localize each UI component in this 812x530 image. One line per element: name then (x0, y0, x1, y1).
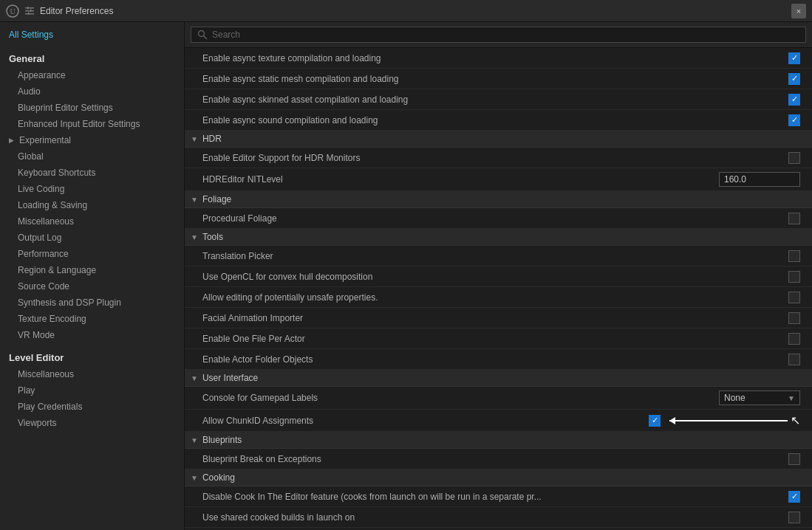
setting-label-blueprint-break: Blueprint Break on Exceptions (202, 454, 788, 464)
svg-line-9 (204, 36, 208, 40)
setting-label-one-file-per-actor: Enable One File Per Actor (202, 334, 788, 344)
cursor-icon: ↖ (791, 413, 800, 427)
sidebar-item-miscellaneous-level[interactable]: Miscellaneous (0, 366, 184, 382)
table-row: Use OpenCL for convex hull decomposition (185, 266, 812, 287)
sidebar-item-keyboard-shortcuts[interactable]: Keyboard Shortcuts (0, 165, 184, 181)
group-label-blueprints: Blueprints (202, 435, 242, 445)
svg-rect-7 (28, 12, 30, 15)
table-row: Translation Picker (185, 246, 812, 266)
sidebar-section-general: General (0, 44, 184, 67)
sidebar-item-texture-encoding[interactable]: Texture Encoding (0, 311, 184, 327)
checkbox-facial-animation[interactable] (788, 312, 800, 324)
setting-control-chunkid-assignments: ↖ (649, 413, 800, 427)
checkbox-unsafe-props[interactable] (788, 292, 800, 303)
chevron-tools: ▼ (191, 233, 198, 241)
setting-control-procedural-foliage (788, 213, 800, 224)
checkbox-shared-cooked-builds[interactable] (788, 512, 800, 523)
setting-control-facial-animation (788, 312, 800, 324)
table-row: Enable One File Per Actor (185, 328, 812, 349)
table-row: Facial Animation Importer (185, 308, 812, 328)
sidebar-item-audio[interactable]: Audio (0, 83, 184, 100)
sidebar-item-global[interactable]: Global (0, 148, 184, 165)
sidebar-section-level-editor: Level Editor (0, 343, 184, 366)
chevron-foliage: ▼ (191, 196, 198, 204)
setting-label-disable-cook: Disable Cook In The Editor feature (cook… (202, 492, 788, 502)
setting-control-opencl (788, 271, 800, 283)
arrow-line (669, 420, 788, 421)
sidebar-item-experimental[interactable]: ▶ Experimental (0, 132, 184, 148)
table-row: Allow ChunkID Assignments ↖ (185, 410, 812, 432)
setting-control-translation-picker (788, 250, 800, 262)
group-header-tools[interactable]: ▼ Tools (185, 229, 812, 246)
setting-control-actor-folder-objects (788, 354, 800, 365)
all-settings-link[interactable]: All Settings (0, 22, 184, 44)
table-row: Blueprint Break on Exceptions (185, 449, 812, 469)
checkbox-chunkid-assignments[interactable] (649, 415, 661, 427)
group-header-cooking[interactable]: ▼ Cooking (185, 469, 812, 486)
sidebar-item-play[interactable]: Play (0, 382, 184, 399)
checkbox-async-skinned-asset[interactable] (788, 94, 800, 106)
dropdown-console-gamepad[interactable]: None ▼ (719, 390, 800, 405)
sidebar: All Settings General Appearance Audio Bl… (0, 22, 185, 530)
checkbox-hdr-support[interactable] (788, 152, 800, 164)
checkbox-procedural-foliage[interactable] (788, 213, 800, 224)
setting-control-blueprint-break (788, 453, 800, 465)
setting-control-async-sound (788, 114, 800, 126)
title-bar: U Editor Preferences × (0, 0, 812, 22)
setting-control-unsafe-props (788, 292, 800, 303)
close-button[interactable]: × (791, 4, 806, 18)
table-row: Allow editing of potentially unsafe prop… (185, 287, 812, 308)
setting-label-async-texture: Enable async texture compilation and loa… (202, 53, 788, 63)
search-container (191, 27, 806, 43)
setting-label-async-sound: Enable async sound compilation and loadi… (202, 115, 788, 125)
sidebar-item-appearance[interactable]: Appearance (0, 67, 184, 83)
checkbox-async-sound[interactable] (788, 114, 800, 126)
sidebar-item-region-language[interactable]: Region & Language (0, 262, 184, 278)
sidebar-item-miscellaneous-general[interactable]: Miscellaneous (0, 213, 184, 230)
group-header-user-interface[interactable]: ▼ User Interface (185, 370, 812, 387)
checkbox-async-static-mesh[interactable] (788, 73, 800, 85)
group-header-foliage[interactable]: ▼ Foliage (185, 191, 812, 208)
setting-label-chunkid-assignments: Allow ChunkID Assignments (202, 416, 649, 426)
sidebar-item-blueprint-editor-settings[interactable]: Blueprint Editor Settings (0, 100, 184, 116)
table-row: Enable async static mesh compilation and… (185, 69, 812, 89)
group-header-blueprints[interactable]: ▼ Blueprints (185, 432, 812, 449)
chevron-blueprints: ▼ (191, 436, 198, 444)
sidebar-item-vr-mode[interactable]: VR Mode (0, 327, 184, 343)
checkbox-disable-cook[interactable] (788, 491, 800, 503)
sidebar-item-enhanced-input-editor-settings[interactable]: Enhanced Input Editor Settings (0, 116, 184, 132)
sidebar-item-play-credentials[interactable]: Play Credentials (0, 399, 184, 415)
unreal-logo: U (6, 4, 19, 18)
checkbox-async-texture[interactable] (788, 52, 800, 64)
checkbox-actor-folder-objects[interactable] (788, 354, 800, 365)
setting-control-hdr-support (788, 152, 800, 164)
group-label-cooking: Cooking (202, 472, 235, 483)
setting-control-console-gamepad: None ▼ (719, 390, 800, 405)
group-header-hdr[interactable]: ▼ HDR (185, 131, 812, 148)
sidebar-item-output-log[interactable]: Output Log (0, 230, 184, 246)
group-label-user-interface: User Interface (202, 373, 258, 383)
table-row: Disable Cook In The Editor feature (cook… (185, 486, 812, 507)
chevron-hdr: ▼ (191, 135, 198, 143)
sidebar-item-live-coding[interactable]: Live Coding (0, 181, 184, 197)
dropdown-arrow-console-gamepad: ▼ (788, 394, 795, 402)
checkbox-blueprint-break[interactable] (788, 453, 800, 465)
checkbox-one-file-per-actor[interactable] (788, 333, 800, 345)
chevron-user-interface: ▼ (191, 374, 198, 382)
checkbox-opencl[interactable] (788, 271, 800, 283)
checkbox-translation-picker[interactable] (788, 250, 800, 262)
search-input[interactable] (212, 30, 799, 40)
sidebar-item-performance[interactable]: Performance (0, 246, 184, 262)
table-row: Enable Actor Folder Objects (185, 349, 812, 370)
sidebar-item-loading-saving[interactable]: Loading & Saving (0, 197, 184, 213)
number-input-hdr-nit-level[interactable] (719, 172, 800, 187)
sidebar-item-synthesis-dsp[interactable]: Synthesis and DSP Plugin (0, 295, 184, 311)
arrow-annotation: ↖ (663, 413, 800, 427)
window-title: Editor Preferences (40, 6, 791, 16)
svg-rect-3 (25, 10, 34, 12)
sidebar-item-viewports[interactable]: Viewports (0, 415, 184, 431)
sidebar-item-source-code[interactable]: Source Code (0, 278, 184, 295)
dropdown-console-gamepad-value: None (724, 393, 782, 403)
svg-rect-2 (25, 7, 34, 9)
svg-text:U: U (10, 7, 16, 16)
